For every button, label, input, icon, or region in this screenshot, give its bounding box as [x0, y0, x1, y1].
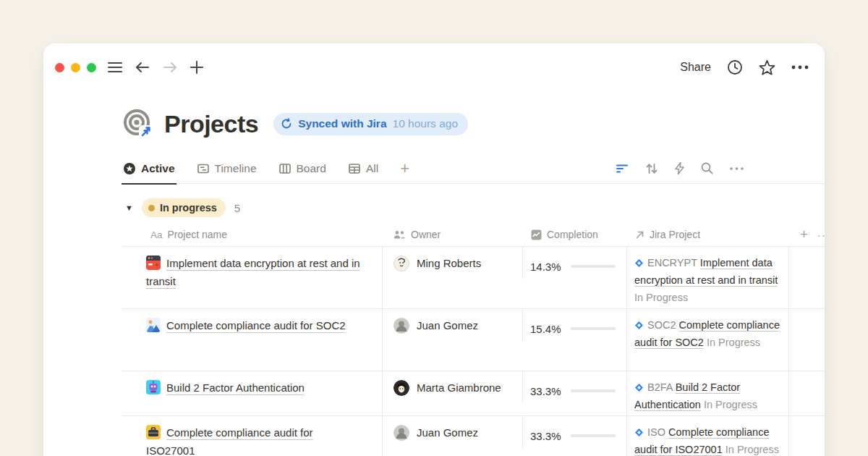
group-name: In progress	[160, 202, 217, 214]
add-view-button[interactable]: +	[399, 153, 411, 184]
window-actions: Share	[680, 59, 809, 75]
table-row[interactable]: Implement data encryption at rest and in…	[122, 247, 825, 309]
page-title: Projects	[164, 110, 258, 138]
window-toolbar: Share	[43, 43, 825, 75]
project-link[interactable]: Complete compliance audit for ISO27001	[146, 426, 313, 456]
view-tabs-bar: Active Timeline	[122, 153, 825, 184]
table-row[interactable]: Complete compliance audit for SOC2 Juan …	[122, 309, 825, 371]
column-header-completion[interactable]: Completion	[522, 229, 626, 240]
owner-cell[interactable]: Ming Roberts	[382, 247, 522, 308]
add-column-icon[interactable]: +	[800, 227, 808, 242]
column-label: Project name	[168, 229, 227, 240]
project-name-cell[interactable]: Implement data encryption at rest and in…	[122, 247, 382, 308]
maximize-window-button[interactable]	[87, 63, 96, 72]
project-name-cell[interactable]: Complete compliance audit for SOC2	[122, 309, 382, 371]
share-button[interactable]: Share	[680, 61, 711, 74]
avatar	[393, 256, 409, 271]
owner-name: Marta Giambrone	[417, 379, 501, 397]
tab-active[interactable]: Active	[122, 153, 176, 184]
completion-cell[interactable]: 15.4%	[522, 309, 626, 341]
project-link[interactable]: Implement data encryption at rest and in…	[146, 257, 360, 287]
jira-project-cell[interactable]: SOC2 Complete compliance audit for SOC2 …	[626, 309, 788, 371]
table-row[interactable]: Complete compliance audit for ISO27001 J…	[122, 416, 825, 456]
robot-icon	[146, 380, 161, 394]
column-header-owner[interactable]: Owner	[382, 229, 522, 240]
project-name-cell[interactable]: Complete compliance audit for ISO27001	[122, 416, 382, 456]
table-row[interactable]: Build 2 Factor Authentication Marta Giam…	[122, 371, 825, 416]
group-status-pill[interactable]: In progress	[142, 198, 226, 217]
more-options-icon[interactable]	[791, 65, 809, 69]
owner-cell[interactable]: Marta Giambrone	[382, 371, 522, 415]
avatar	[393, 318, 409, 334]
sort-icon[interactable]	[645, 163, 658, 174]
column-label: Jira Project	[650, 229, 700, 240]
briefcase-icon	[146, 425, 161, 439]
progress-bar	[571, 434, 616, 437]
jira-key: SOC2	[647, 319, 676, 331]
jira-project-cell[interactable]: B2FA Build 2 Factor Authentication In Pr…	[626, 371, 788, 415]
table-view-icon	[348, 162, 361, 175]
completion-percent: 14.3%	[530, 261, 564, 273]
search-icon[interactable]	[701, 162, 713, 174]
tab-all[interactable]: All	[346, 153, 380, 184]
avatar	[393, 380, 409, 396]
close-window-button[interactable]	[55, 63, 64, 72]
jira-project-cell[interactable]: ENCRYPT Implement data encryption at res…	[626, 247, 788, 308]
owner-cell[interactable]: Juan Gomez	[382, 416, 522, 456]
tab-label: Board	[297, 162, 326, 175]
tab-timeline[interactable]: Timeline	[195, 153, 258, 184]
sync-status-label: Synced with Jira	[298, 117, 386, 130]
jira-status: In Progress	[726, 444, 779, 455]
jira-project-cell[interactable]: ISO Complete compliance audit for ISO270…	[626, 416, 788, 456]
back-icon[interactable]	[135, 62, 150, 73]
column-header-jira-project[interactable]: Jira Project	[626, 229, 788, 240]
jira-status: In Progress	[634, 292, 688, 303]
view-actions	[616, 162, 744, 174]
page-header: Projects Synced with Jira 10 hours ago	[122, 106, 825, 142]
jira-icon	[634, 428, 644, 437]
favorite-star-icon[interactable]	[759, 59, 775, 75]
owner-cell[interactable]: Juan Gomez	[382, 309, 522, 371]
avatar	[393, 425, 409, 441]
text-property-icon: Aa	[150, 229, 163, 240]
column-label: Owner	[411, 229, 441, 240]
project-link[interactable]: Build 2 Factor Authentication	[166, 381, 305, 394]
completion-cell[interactable]: 33.3%	[522, 371, 626, 403]
view-more-icon[interactable]	[730, 167, 744, 170]
tab-board[interactable]: Board	[277, 153, 328, 184]
jira-sync-badge[interactable]: Synced with Jira 10 hours ago	[273, 113, 468, 135]
completion-percent: 33.3%	[530, 430, 564, 442]
history-clock-icon[interactable]	[727, 59, 743, 75]
jira-key: ENCRYPT	[647, 257, 697, 269]
project-link[interactable]: Complete compliance audit for SOC2	[166, 319, 346, 332]
automation-bolt-icon[interactable]	[675, 162, 684, 174]
sync-refresh-icon	[281, 118, 292, 130]
group-header: ▼ In progress 5	[122, 198, 825, 218]
completion-cell[interactable]: 14.3%	[522, 247, 626, 279]
column-header-add[interactable]: + ···	[788, 227, 825, 242]
jira-status: In Progress	[704, 399, 757, 410]
progress-bar	[571, 389, 616, 392]
empty-cell	[788, 416, 825, 456]
minimize-window-button[interactable]	[71, 63, 80, 72]
more-columns-icon[interactable]: ···	[817, 229, 825, 241]
status-dot	[148, 205, 155, 211]
collapse-triangle-icon[interactable]: ▼	[125, 203, 133, 212]
target-page-icon[interactable]	[122, 108, 153, 140]
completion-percent: 33.3%	[530, 385, 564, 397]
jira-icon	[634, 258, 644, 268]
project-name-cell[interactable]: Build 2 Factor Authentication	[122, 371, 382, 415]
filter-icon[interactable]	[616, 164, 629, 174]
column-label: Completion	[547, 229, 598, 240]
new-tab-icon[interactable]	[190, 61, 203, 74]
completion-cell[interactable]: 33.3%	[522, 416, 626, 448]
owner-name: Juan Gomez	[417, 423, 478, 442]
completion-percent: 15.4%	[530, 323, 564, 335]
forward-icon[interactable]	[163, 62, 177, 73]
mountain-picture-icon	[146, 318, 161, 332]
progress-bar	[571, 265, 616, 268]
empty-cell	[788, 247, 825, 308]
people-icon	[393, 230, 406, 240]
column-header-project-name[interactable]: Aa Project name	[122, 229, 382, 240]
menu-icon[interactable]	[108, 62, 122, 73]
